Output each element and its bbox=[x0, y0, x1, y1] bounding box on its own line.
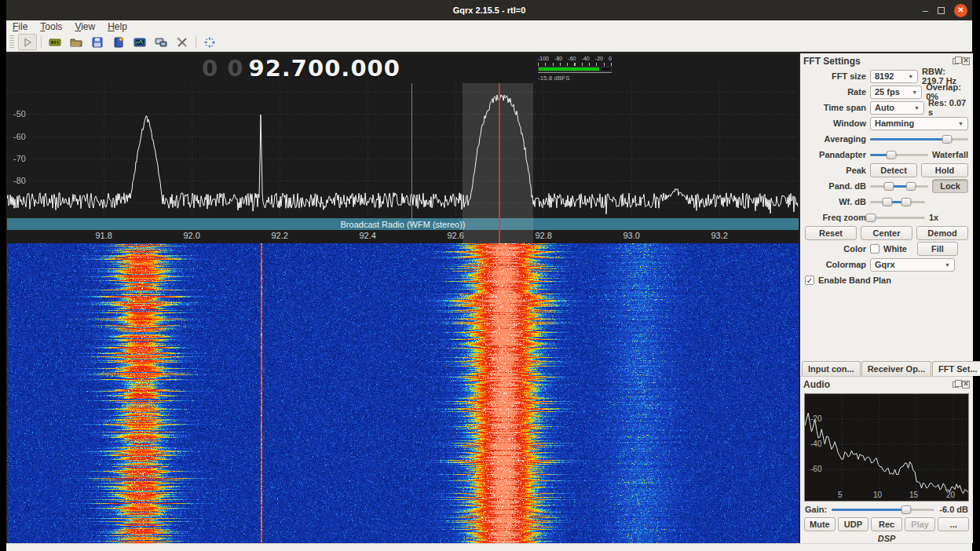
band-plan-row: ✓ Enable Band Plan bbox=[800, 272, 973, 288]
center-button[interactable]: Center bbox=[861, 226, 912, 240]
minimize-button[interactable]: – bbox=[923, 5, 928, 16]
tuning-line[interactable] bbox=[499, 83, 500, 243]
play-icon bbox=[21, 36, 34, 49]
fft-size-combo[interactable]: 8192▼ bbox=[870, 70, 918, 83]
crosshair-icon bbox=[203, 36, 216, 49]
desktop: Gqrx 2.15.5 - rtl=0 – ✕ File Tools View … bbox=[0, 0, 980, 551]
waterfall[interactable] bbox=[7, 243, 799, 543]
tab-fft-settings[interactable]: FFT Set... bbox=[932, 361, 980, 376]
rate-combo[interactable]: 25 fps▼ bbox=[870, 86, 922, 99]
save-file-button[interactable] bbox=[88, 34, 107, 50]
freq-zoom-slider[interactable] bbox=[870, 212, 925, 223]
demod-button[interactable]: Demod bbox=[916, 226, 968, 240]
titlebar[interactable]: Gqrx 2.15.5 - rtl=0 – ✕ bbox=[6, 0, 972, 20]
toolbar-drag-handle[interactable] bbox=[9, 35, 14, 49]
audio-khz-label: 20 bbox=[946, 491, 955, 499]
pan-waterfall-split-row: Panadapter Waterfall bbox=[800, 147, 973, 162]
peak-hold-button[interactable]: Hold bbox=[921, 163, 968, 177]
split-slider[interactable] bbox=[870, 149, 928, 160]
meter-underline bbox=[538, 72, 612, 73]
meter-scale: -100-80-60-40-200 bbox=[538, 56, 612, 62]
menu-view[interactable]: View bbox=[75, 21, 95, 32]
color-row: Color White Fill bbox=[800, 241, 973, 257]
frequency-scale[interactable]: 91.892.092.292.492.692.893.093.293.4 bbox=[7, 230, 799, 243]
freq-axis-label: 92.0 bbox=[183, 231, 199, 240]
main-area: 0 092.700.000 -100-80-60-40-200 -15.8 dB… bbox=[6, 52, 972, 543]
bandplan-boundary-line bbox=[411, 83, 412, 230]
more-button[interactable]: ... bbox=[938, 517, 969, 531]
signal-meter: -100-80-60-40-200 -15.8 dBFS bbox=[538, 56, 612, 82]
lock-button[interactable]: Lock bbox=[932, 179, 968, 193]
frequency-value: 92.700.000 bbox=[248, 55, 400, 82]
colormap-combo[interactable]: Gqrx▼ bbox=[870, 258, 955, 272]
window-combo[interactable]: Hamming▼ bbox=[870, 117, 968, 130]
menu-file[interactable]: File bbox=[13, 21, 27, 32]
close-button[interactable]: ✕ bbox=[954, 4, 967, 17]
audio-khz-label: 10 bbox=[873, 491, 882, 499]
tools-button[interactable] bbox=[173, 34, 192, 50]
menu-tools[interactable]: Tools bbox=[40, 21, 62, 32]
spectrum-canvas[interactable] bbox=[7, 83, 799, 218]
wf-db-range-slider[interactable] bbox=[870, 196, 925, 207]
freq-axis-label: 92.4 bbox=[359, 231, 375, 240]
tab-input-controls[interactable]: Input con... bbox=[802, 361, 861, 376]
spectrum-display-icon bbox=[133, 36, 147, 49]
fft-display-button[interactable] bbox=[130, 34, 149, 50]
waterfall-canvas[interactable] bbox=[7, 243, 799, 543]
audio-khz-label: 15 bbox=[909, 491, 918, 499]
freq-zoom-row: Freq zoom 1x bbox=[800, 210, 973, 225]
reset-button[interactable]: Reset bbox=[805, 226, 857, 240]
dock-float-icon[interactable] bbox=[953, 58, 959, 64]
rate-row: Rate 25 fps▼ Overlap: 0% bbox=[800, 84, 973, 100]
menu-help[interactable]: Help bbox=[108, 21, 127, 32]
plot-column: 0 092.700.000 -100-80-60-40-200 -15.8 dB… bbox=[7, 53, 799, 543]
dock-close-icon[interactable]: ✕ bbox=[962, 381, 970, 389]
audio-dock-title: Audio ✕ bbox=[800, 377, 973, 392]
window-title: Gqrx 2.15.5 - rtl=0 bbox=[453, 5, 526, 15]
frequency-leading-zeros: 0 0 bbox=[202, 55, 243, 82]
tuner-chip-icon bbox=[48, 36, 62, 49]
pand-db-range-slider[interactable] bbox=[870, 181, 928, 192]
fill-button[interactable]: Fill bbox=[917, 242, 958, 256]
db-axis-label: -80 bbox=[13, 176, 26, 185]
averaging-slider[interactable] bbox=[870, 133, 968, 144]
time-span-combo[interactable]: Auto▼ bbox=[870, 101, 924, 115]
freq-axis-label: 93.2 bbox=[711, 231, 727, 240]
rec-button[interactable]: Rec bbox=[871, 517, 902, 531]
center-crosshair-button[interactable] bbox=[200, 34, 219, 50]
wf-db-row: Wf. dB bbox=[800, 194, 973, 210]
gain-slider[interactable] bbox=[832, 504, 934, 515]
start-dsp-button[interactable] bbox=[18, 34, 37, 50]
enable-band-plan-checkbox[interactable]: ✓ bbox=[805, 276, 814, 285]
tab-receiver-options[interactable]: Receiver Op... bbox=[861, 361, 931, 376]
fft-settings-title: FFT Settings bbox=[803, 56, 861, 67]
averaging-row: Averaging bbox=[800, 131, 973, 147]
bookmarks-button[interactable] bbox=[109, 34, 128, 50]
statusbar bbox=[6, 543, 972, 551]
white-label: White bbox=[883, 244, 907, 254]
dock-close-icon[interactable]: ✕ bbox=[962, 57, 970, 65]
white-checkbox[interactable] bbox=[870, 244, 879, 254]
maximize-button[interactable] bbox=[938, 7, 945, 14]
wrench-screwdriver-icon bbox=[176, 36, 188, 49]
floppy-save-icon bbox=[91, 36, 104, 49]
open-file-button[interactable] bbox=[67, 34, 86, 50]
demod-filter-overlay[interactable] bbox=[463, 83, 533, 243]
freq-axis-label: 92.6 bbox=[447, 231, 463, 240]
chevron-down-icon: ▼ bbox=[912, 89, 917, 95]
enable-band-plan-label: Enable Band Plan bbox=[818, 276, 891, 285]
remote-control-button[interactable] bbox=[152, 34, 170, 50]
bandplan-label: Broadcast Radio (WFM (stereo)) bbox=[341, 220, 466, 229]
udp-button[interactable]: UDP bbox=[838, 517, 869, 531]
audio-db-label: -20 bbox=[810, 414, 821, 423]
mute-button[interactable]: Mute bbox=[804, 517, 836, 531]
audio-fft-plot: -20 -40 -60 5 10 15 20 bbox=[804, 393, 969, 502]
peak-detect-button[interactable]: Detect bbox=[870, 163, 917, 177]
freq-zoom-value: 1x bbox=[929, 213, 968, 222]
dock-float-icon[interactable] bbox=[953, 381, 959, 388]
device-config-button[interactable] bbox=[46, 34, 64, 50]
toolbar-separator bbox=[41, 36, 42, 49]
panadapter[interactable]: -50 -60 -70 -80 bbox=[7, 83, 799, 218]
frequency-display-row: 0 092.700.000 -100-80-60-40-200 -15.8 dB… bbox=[7, 53, 799, 83]
frequency-display[interactable]: 0 092.700.000 bbox=[202, 55, 400, 82]
